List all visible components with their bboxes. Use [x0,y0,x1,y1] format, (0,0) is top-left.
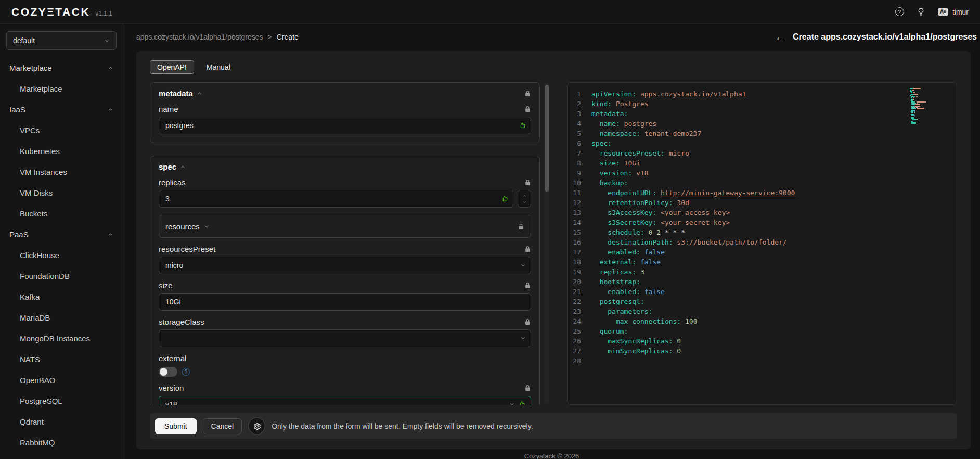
breadcrumb-path[interactable]: apps.cozystack.io/v1alpha1/postgreses [136,33,263,41]
sidebar: default MarketplaceMarketplaceIaaSVPCsKu… [0,24,123,459]
code-line: 2kind: Postgres [568,99,957,109]
line-number: 28 [568,356,591,366]
lock-icon [524,90,531,97]
line-number: 13 [568,208,591,218]
app-logo: COZYΞTACK [11,6,90,18]
code-line: 14 s3SecretKey: <your-secret-key> [568,218,957,227]
app-window: COZYΞTACK v1.1.1 ? A≡ timur default Mark… [0,0,980,459]
code-line: 20 bootstrap: [568,277,957,287]
namespace-select-value: default [13,36,35,45]
sidebar-item-postgresql[interactable]: PostgreSQL [0,390,123,411]
sidebar-item-clickhouse[interactable]: ClickHouse [0,245,123,265]
code-line: 12 retentionPolicy: 30d [568,198,957,208]
thumbs-up-icon [519,122,526,130]
line-number: 17 [568,247,591,257]
form-footer-bar: Submit Cancel Only the data from the for… [150,413,957,439]
line-number: 23 [568,307,591,316]
form-column: metadata name [150,82,549,405]
sidebar-item-mariadb[interactable]: MariaDB [0,307,123,328]
gear-icon [253,422,261,430]
scrollbar-thumb[interactable] [545,85,549,192]
sidebar-item-kubernetes[interactable]: Kubernetes [0,141,123,161]
replicas-stepper[interactable] [518,190,531,208]
topbar-actions: ? A≡ timur [895,7,969,16]
submit-button[interactable]: Submit [155,418,197,434]
code-line: 11 endpointURL: http://minio-gateway-ser… [568,188,957,198]
external-toggle[interactable] [159,367,177,377]
sidebar-item-rabbitmq[interactable]: RabbitMQ [0,432,123,453]
chevron-down-icon [520,263,526,269]
lock-icon [524,106,531,112]
code-line: 25 quorum: [568,326,957,336]
chevron-up-icon [522,194,527,198]
sidebar-item-vm-disks[interactable]: VM Disks [0,182,123,203]
code-line: 4 name: postgres [568,119,957,129]
spec-section: spec replicas [150,156,540,405]
user-menu[interactable]: A≡ timur [938,8,969,16]
sidebar-item-qdrant[interactable]: Qdrant [0,411,123,432]
code-line: 10 backup: [568,178,957,188]
sidebar-item-marketplace[interactable]: Marketplace [0,78,123,99]
form-scrollbar[interactable] [544,83,549,404]
sidebar-item-vpcs[interactable]: VPCs [0,120,123,141]
size-label: size [159,281,173,290]
code-line: 18 external: false [568,257,957,267]
tab-openapi[interactable]: OpenAPI [150,60,194,74]
cancel-button[interactable]: Cancel [203,418,242,434]
resources-preset-select[interactable]: micro [159,257,531,274]
info-icon[interactable]: ? [182,368,190,376]
lock-icon [524,246,531,252]
sidebar-item-kafka[interactable]: Kafka [0,286,123,307]
chevron-down-icon [204,224,210,230]
resources-label: resources [165,222,200,231]
sidebar-group-paas[interactable]: PaaS [0,224,123,245]
minimap[interactable] [910,88,950,126]
sidebar-item-buckets[interactable]: Buckets [0,203,123,224]
help-icon[interactable]: ? [895,7,904,16]
line-number: 24 [568,316,591,326]
code-line: 27 minSyncReplicas: 0 [568,346,957,356]
spec-section-toggle[interactable]: spec [159,162,186,171]
storage-class-select[interactable] [159,329,531,347]
lock-icon [524,282,531,289]
sidebar-group-label: Marketplace [9,63,52,72]
sidebar-group-marketplace[interactable]: Marketplace [0,57,123,78]
code-line: 1apiVersion: apps.cozystack.io/v1alpha1 [568,89,957,99]
line-number: 5 [568,129,591,138]
line-number: 14 [568,218,591,227]
sidebar-group-iaas[interactable]: IaaS [0,99,123,120]
code-line: 19 replicas: 3 [568,267,957,277]
chevron-up-icon [108,107,113,112]
resources-collapse[interactable]: resources [159,215,531,238]
back-button[interactable]: ← [775,32,785,42]
line-number: 2 [568,99,591,109]
sidebar-item-mongodb-instances[interactable]: MongoDB Instances [0,328,123,349]
user-badge-icon: A≡ [938,8,948,16]
version-label: version [159,384,184,392]
replicas-input[interactable] [159,190,513,208]
yaml-editor[interactable]: 1apiVersion: apps.cozystack.io/v1alpha12… [567,82,957,405]
tab-manual[interactable]: Manual [205,61,231,73]
code-lines: 1apiVersion: apps.cozystack.io/v1alpha12… [568,89,957,366]
lightbulb-icon[interactable] [917,7,925,16]
metadata-section-toggle[interactable]: metadata [159,89,202,98]
namespace-select[interactable]: default [6,31,117,50]
line-number: 20 [568,277,591,287]
sidebar-item-openbao[interactable]: OpenBAO [0,369,123,390]
size-input[interactable] [159,293,531,311]
line-number: 4 [568,119,591,129]
sidebar-item-vm-instances[interactable]: VM Instances [0,161,123,182]
name-input[interactable] [159,117,531,134]
sidebar-item-nats[interactable]: NATS [0,349,123,369]
version-label: v1.1.1 [95,10,112,17]
breadcrumb-separator: > [268,33,272,41]
code-line: 7 resourcesPreset: micro [568,148,957,158]
line-number: 11 [568,188,591,198]
version-select[interactable]: v18 [159,396,531,405]
breadcrumb-current: Create [277,33,299,41]
settings-button[interactable] [248,417,265,435]
code-line: 21 enabled: false [568,287,957,297]
thumbs-up-icon [518,401,526,405]
sidebar-item-foundationdb[interactable]: FoundationDB [0,265,123,286]
code-line: 28 [568,356,957,366]
